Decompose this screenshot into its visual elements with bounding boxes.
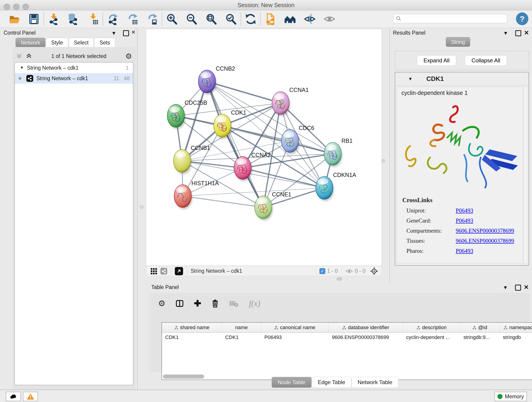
table-cell[interactable]: stringdb:9...: [460, 334, 500, 340]
help-button[interactable]: ?: [516, 12, 528, 25]
crosslink-link[interactable]: P06493: [456, 217, 473, 224]
table-row[interactable]: CDK1CDK1P064939606.ENSP00000378699cyclin…: [162, 333, 532, 342]
split-columns-icon[interactable]: [176, 299, 184, 307]
crosslink-link[interactable]: 9606.ENSP00000378699: [456, 238, 514, 244]
graph-node-CDC25B[interactable]: [167, 104, 185, 127]
export-table-button[interactable]: [126, 13, 139, 26]
string-document-button[interactable]: [264, 13, 277, 26]
close-panel-icon[interactable]: ✕: [131, 30, 135, 35]
column-header--id[interactable]: @id: [460, 323, 500, 332]
table-cell[interactable]: P06493: [261, 334, 329, 340]
tab-edge-table[interactable]: Edge Table: [312, 377, 351, 388]
node-label-CDC25B: CDC25B: [185, 99, 207, 106]
tab-select[interactable]: Select: [69, 38, 94, 47]
graph-node-CCNB2[interactable]: [198, 70, 216, 93]
tab-node-table[interactable]: Node Table: [272, 377, 312, 388]
graph-node-RB1[interactable]: [324, 142, 341, 165]
graph-node-CDKN1A[interactable]: [316, 177, 333, 199]
import-table-file-button[interactable]: [87, 13, 99, 26]
expand-all-button[interactable]: Expand All: [417, 55, 456, 66]
table-cell[interactable]: cyclin-dependent ...: [403, 334, 460, 340]
graph-node-CCNB1[interactable]: [173, 149, 191, 172]
collapse-table-panel-icon[interactable]: ▼: [503, 285, 508, 290]
fit-selected-crosshair-icon[interactable]: [370, 267, 378, 275]
zoom-fit-button[interactable]: [205, 13, 218, 26]
graph-node-CDK1[interactable]: [214, 114, 231, 137]
network-row[interactable]: String Network – cdk11148: [15, 73, 133, 84]
tab-string[interactable]: String: [446, 37, 470, 47]
crosslink-link[interactable]: P06493: [456, 248, 473, 254]
search-box[interactable]: [393, 14, 507, 23]
table-cell[interactable]: 9606.ENSP00000378699: [329, 334, 403, 340]
expand-all-icon[interactable]: [25, 53, 32, 59]
column-header-name[interactable]: name: [222, 323, 261, 332]
left-splitter-handle[interactable]: [140, 205, 143, 209]
network-canvas[interactable]: CCNB2CCNA1CDC25BCDK1CDC6RB1CCNB1CCNA2CDK…: [146, 29, 382, 266]
export-image-button[interactable]: [146, 13, 158, 26]
save-session-button[interactable]: [27, 13, 40, 26]
node-table[interactable]: shared namenamecanonical namedatabase id…: [162, 322, 532, 380]
tab-network[interactable]: Network: [16, 38, 45, 47]
close-window-icon[interactable]: [4, 4, 10, 10]
zoom-in-button[interactable]: [165, 13, 178, 26]
graph-node-CCNE1[interactable]: [254, 196, 272, 219]
table-gear-icon[interactable]: ⚙: [158, 299, 165, 308]
network-options-gear-icon[interactable]: ⚙: [125, 52, 132, 61]
column-header-database-identifier[interactable]: database identifier: [329, 323, 403, 332]
minimize-window-icon[interactable]: [13, 4, 19, 10]
network-share-view-icon[interactable]: [160, 268, 167, 274]
search-input[interactable]: [402, 15, 507, 22]
grid-view-icon[interactable]: [150, 268, 157, 274]
column-header-namespace[interactable]: namespace: [500, 323, 532, 332]
float-panel-icon[interactable]: [123, 30, 129, 36]
network-collection-row[interactable]: ▼String Network – cdk11: [15, 63, 133, 73]
graph-node-CCNA2[interactable]: [234, 157, 251, 179]
column-header-canonical-name[interactable]: canonical name: [261, 323, 329, 332]
crosslink-link[interactable]: 9606.ENSP00000378699: [456, 228, 514, 234]
tab-network-table[interactable]: Network Table: [351, 377, 399, 388]
hide-panels-button[interactable]: [303, 13, 316, 26]
cloud-button[interactable]: [6, 392, 21, 401]
zoom-window-icon[interactable]: [22, 4, 29, 10]
graph-node-HIST1H1A[interactable]: [174, 185, 191, 208]
column-header-shared-name[interactable]: shared name: [162, 323, 222, 332]
memory-button[interactable]: Memory: [494, 392, 527, 401]
import-network-database-button[interactable]: [67, 13, 80, 26]
collapse-panel-icon[interactable]: ▼: [111, 31, 116, 36]
column-header-description[interactable]: description: [403, 323, 460, 332]
table-hscrollbar-thumb[interactable]: [163, 375, 204, 379]
zoom-selected-button[interactable]: [225, 13, 237, 26]
refresh-layout-button[interactable]: [244, 13, 257, 26]
table-cell[interactable]: CDK1: [222, 334, 261, 340]
graph-node-CCNA1[interactable]: [272, 91, 289, 114]
selected-nodes-checkbox[interactable]: ✓: [319, 268, 325, 274]
home-pair-button[interactable]: [284, 13, 297, 26]
crosslink-link[interactable]: P06493: [456, 207, 473, 214]
collapse-results-panel-icon[interactable]: ▼: [503, 31, 508, 36]
table-cell[interactable]: stringdb: [500, 334, 532, 340]
collapse-gene-icon[interactable]: ▼: [408, 76, 413, 82]
birdseye-view-icon[interactable]: [175, 267, 183, 275]
zoom-out-button[interactable]: [185, 13, 198, 26]
collapse-all-button[interactable]: Collapse All: [465, 55, 507, 66]
open-file-button[interactable]: [8, 13, 21, 26]
show-panels-button[interactable]: [323, 13, 336, 26]
tab-sets[interactable]: Sets: [94, 38, 115, 47]
horizontal-splitter-handle[interactable]: [337, 277, 342, 281]
table-cell[interactable]: CDK1: [162, 334, 222, 340]
close-table-panel-icon[interactable]: ✕: [524, 284, 529, 290]
float-table-panel-icon[interactable]: [515, 285, 521, 291]
close-results-panel-icon[interactable]: ✕: [524, 30, 529, 36]
float-results-panel-icon[interactable]: [515, 30, 521, 36]
collapse-tree-icon[interactable]: ▼: [20, 65, 24, 70]
collapse-all-icon[interactable]: [16, 53, 23, 59]
graph-node-CDC6[interactable]: [281, 129, 299, 153]
add-row-icon[interactable]: ✚: [194, 298, 201, 308]
right-splitter-handle[interactable]: [382, 159, 385, 162]
delete-row-trash-icon[interactable]: [211, 299, 219, 308]
results-scrollbar[interactable]: [524, 87, 528, 263]
export-network-button[interactable]: [106, 13, 119, 26]
tab-style[interactable]: Style: [46, 38, 68, 47]
warning-button[interactable]: [23, 392, 38, 401]
import-network-file-button[interactable]: [47, 13, 60, 26]
